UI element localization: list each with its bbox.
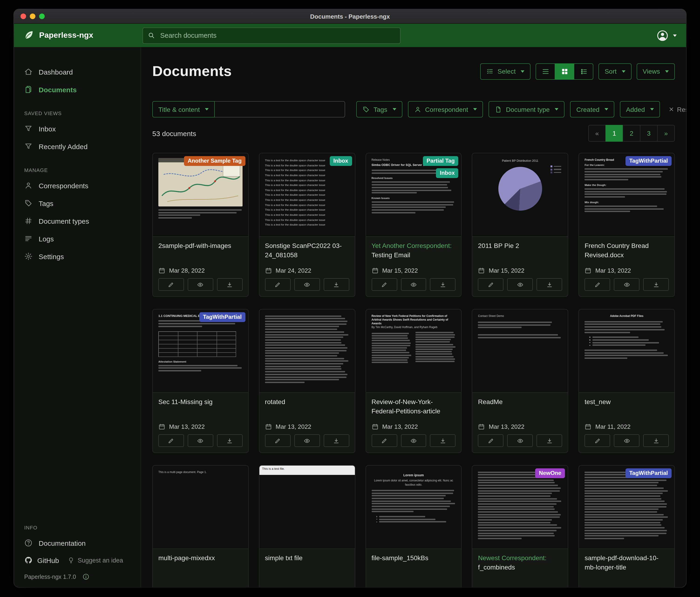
document-thumbnail[interactable]: This is a test file. xyxy=(259,465,355,549)
edit-button[interactable] xyxy=(371,434,397,447)
document-thumbnail[interactable]: Contact Sheet Demo xyxy=(473,309,568,393)
document-card[interactable]: 1.1 CONTINUING MEDICAL EDUCAAttestation … xyxy=(152,309,249,453)
title-content-dropdown[interactable]: Title & content xyxy=(152,101,215,117)
sidebar-item-documentation[interactable]: Documentation xyxy=(14,534,141,552)
close-window-button[interactable] xyxy=(21,14,26,19)
preview-button[interactable] xyxy=(507,434,533,447)
tag-badge[interactable]: TagWithPartial xyxy=(625,156,672,166)
pagination-page-2[interactable]: 2 xyxy=(623,125,641,142)
added-filter-button[interactable]: Added xyxy=(620,101,660,117)
edit-button[interactable] xyxy=(584,278,610,291)
edit-button[interactable] xyxy=(158,278,184,291)
tags-filter-button[interactable]: Tags xyxy=(356,101,402,117)
document-card[interactable]: Contact Sheet Demo ReadMe Mar 13, 2022 xyxy=(472,309,569,453)
document-correspondent[interactable]: Newest Correspondent: xyxy=(478,554,547,562)
views-button[interactable]: Views xyxy=(637,63,675,79)
zoom-window-button[interactable] xyxy=(39,14,45,19)
sidebar-item-inbox[interactable]: Inbox xyxy=(14,120,141,138)
document-title[interactable]: Sonstige ScanPC2022 03-24_081058 xyxy=(265,241,349,261)
reset-filters-button[interactable]: Reset filters xyxy=(665,105,686,114)
document-card[interactable]: Another Sample Tag 2sample-pdf-with-imag… xyxy=(152,153,249,297)
edit-button[interactable] xyxy=(371,278,397,291)
download-button[interactable] xyxy=(217,434,243,447)
document-title[interactable]: ReadMe xyxy=(478,398,562,416)
edit-button[interactable] xyxy=(265,278,291,291)
preview-button[interactable] xyxy=(401,278,426,291)
document-thumbnail[interactable]: Release NotesSimba ODBC Driver for SQL S… xyxy=(366,153,461,237)
document-title[interactable]: 2sample-pdf-with-images xyxy=(158,241,243,261)
edit-button[interactable] xyxy=(478,434,504,447)
tag-badge[interactable]: TagWithPartial xyxy=(199,312,246,322)
document-thumbnail[interactable]: 1.1 CONTINUING MEDICAL EDUCAAttestation … xyxy=(153,309,248,393)
document-thumbnail[interactable]: Review of New York Federal Petitions for… xyxy=(366,309,461,393)
preview-button[interactable] xyxy=(507,278,533,291)
preview-button[interactable] xyxy=(614,278,640,291)
document-type-filter-button[interactable]: Document type xyxy=(489,101,565,117)
document-card[interactable]: French Country BreadFor the Leaven:Make … xyxy=(578,153,675,297)
document-thumbnail[interactable] xyxy=(259,309,355,393)
preview-button[interactable] xyxy=(294,434,320,447)
sidebar-item-correspondents[interactable]: Correspondents xyxy=(14,176,141,194)
tag-badge[interactable]: Inbox xyxy=(436,168,458,178)
tag-badge[interactable]: Another Sample Tag xyxy=(184,156,246,166)
info-icon[interactable] xyxy=(82,573,90,580)
document-card[interactable]: Patient BP Distribution 2011 2011 BP Pie… xyxy=(472,153,569,297)
document-title[interactable]: sample-pdf-download-10-mb-longer-title xyxy=(584,554,669,573)
preview-button[interactable] xyxy=(188,434,213,447)
document-thumbnail[interactable]: TagWithPartial xyxy=(579,465,674,549)
download-button[interactable] xyxy=(430,434,456,447)
document-card[interactable]: This is a test for the double space char… xyxy=(259,153,355,297)
created-filter-button[interactable]: Created xyxy=(570,101,615,117)
edit-button[interactable] xyxy=(265,434,291,447)
preview-button[interactable] xyxy=(294,278,320,291)
document-thumbnail[interactable]: This is a multi page document. Page 1. xyxy=(153,465,248,549)
brand[interactable]: Paperless-ngx xyxy=(23,30,143,41)
download-button[interactable] xyxy=(537,434,562,447)
document-title[interactable]: multi-page-mixedxx xyxy=(158,554,243,573)
preview-button[interactable] xyxy=(401,434,426,447)
pagination-page-3[interactable]: 3 xyxy=(640,125,658,142)
pagination-prev[interactable]: « xyxy=(588,125,606,142)
edit-button[interactable] xyxy=(478,278,504,291)
download-button[interactable] xyxy=(217,278,243,291)
pagination-next[interactable]: » xyxy=(657,125,675,142)
document-title[interactable]: file-sample_150kBs xyxy=(371,554,456,573)
title-content-input[interactable] xyxy=(215,101,345,117)
sidebar-item-tags[interactable]: Tags xyxy=(14,194,141,212)
suggest-idea-link[interactable]: Suggest an idea xyxy=(67,557,123,564)
document-title[interactable]: simple txt file xyxy=(265,554,349,573)
document-thumbnail[interactable]: French Country BreadFor the Leaven:Make … xyxy=(579,153,674,237)
edit-button[interactable] xyxy=(158,434,184,447)
document-card[interactable]: Adobe Acrobat PDF Files test_new Mar 11,… xyxy=(578,309,675,453)
tag-badge[interactable]: Partial Tag xyxy=(423,156,458,166)
view-details-button[interactable] xyxy=(574,63,593,79)
sidebar-item-settings[interactable]: Settings xyxy=(14,247,141,265)
document-title[interactable]: Review-of-New-York-Federal-Petitions-art… xyxy=(371,398,456,416)
github-link[interactable]: GitHub xyxy=(24,556,59,564)
document-title[interactable]: Newest Correspondent: f_combineds xyxy=(478,554,562,573)
document-thumbnail[interactable]: Adobe Acrobat PDF Files xyxy=(579,309,674,393)
download-button[interactable] xyxy=(430,278,456,291)
document-card[interactable]: Release NotesSimba ODBC Driver for SQL S… xyxy=(365,153,462,297)
document-correspondent[interactable]: Yet Another Correspondent: xyxy=(371,242,452,249)
document-thumbnail[interactable]: Lorem ipsumLorem ipsum dolor sit amet, c… xyxy=(366,465,461,549)
document-thumbnail[interactable]: NewOne xyxy=(473,465,568,549)
sort-button[interactable]: Sort xyxy=(598,63,631,79)
preview-button[interactable] xyxy=(188,278,213,291)
download-button[interactable] xyxy=(323,434,349,447)
document-card[interactable]: rotated Mar 13, 2022 xyxy=(259,309,355,453)
sidebar-item-documents[interactable]: Documents xyxy=(14,80,141,98)
document-thumbnail[interactable]: Another Sample Tag xyxy=(153,153,248,237)
document-title[interactable]: test_new xyxy=(584,398,669,416)
sidebar-item-document-types[interactable]: Document types xyxy=(14,212,141,230)
user-menu[interactable] xyxy=(656,29,677,42)
view-grid-button[interactable] xyxy=(555,63,574,79)
document-card[interactable]: Review of New York Federal Petitions for… xyxy=(365,309,462,453)
minimize-window-button[interactable] xyxy=(30,14,35,19)
search-input[interactable] xyxy=(159,31,395,40)
pagination-page-1[interactable]: 1 xyxy=(605,125,623,142)
download-button[interactable] xyxy=(643,434,669,447)
document-card[interactable]: TagWithPartial sample-pdf-download-10-mb… xyxy=(578,465,675,587)
download-button[interactable] xyxy=(323,278,349,291)
sidebar-item-dashboard[interactable]: Dashboard xyxy=(14,63,141,80)
